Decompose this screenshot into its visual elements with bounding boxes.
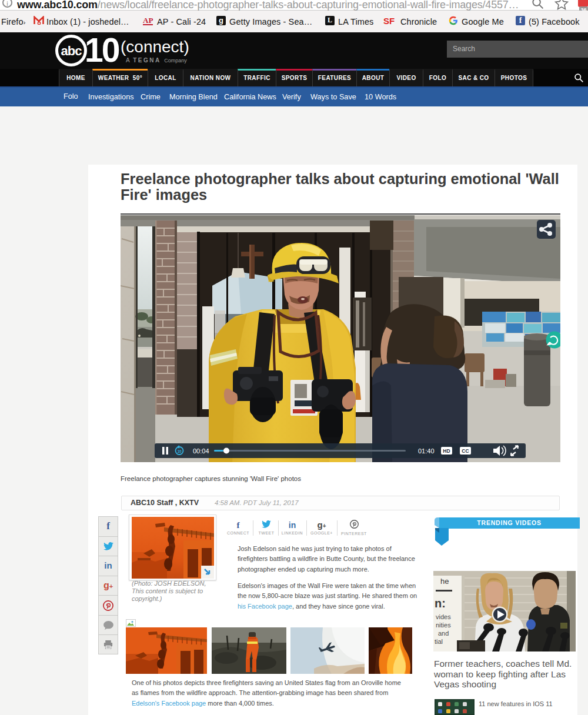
svg-text:CC: CC — [462, 448, 469, 454]
svg-text:01:40: 01:40 — [418, 447, 435, 455]
svg-text:00:04: 00:04 — [193, 447, 209, 455]
svg-text:he: he — [440, 577, 449, 586]
svg-text:HD: HD — [443, 448, 450, 454]
svg-text:vides: vides — [436, 613, 451, 620]
svg-text:nities: nities — [436, 622, 451, 629]
svg-text:abc: abc — [61, 44, 82, 58]
svg-text:10: 10 — [85, 34, 119, 68]
svg-text:tial: tial — [435, 638, 443, 645]
svg-text:10: 10 — [177, 449, 182, 453]
svg-text:n:: n: — [435, 597, 446, 610]
svg-text:and: and — [438, 630, 449, 637]
